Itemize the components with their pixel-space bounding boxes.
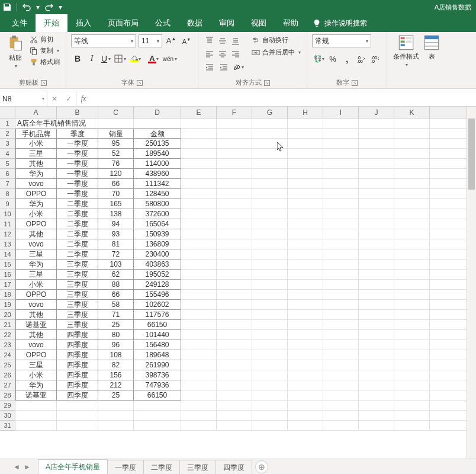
cell-F22[interactable] (217, 330, 252, 340)
cell-E21[interactable] (181, 320, 217, 330)
cell-I24[interactable] (323, 350, 359, 360)
cell-F16[interactable] (217, 270, 252, 280)
cell-K1[interactable] (394, 118, 430, 129)
cell-J2[interactable] (359, 129, 394, 139)
cell-I5[interactable] (323, 159, 359, 169)
tab-help[interactable]: 帮助 (275, 14, 307, 32)
cell-A10[interactable]: 小米 (15, 209, 57, 219)
cell-F21[interactable] (217, 320, 252, 330)
cell-C26[interactable]: 156 (98, 370, 134, 380)
cell-K29[interactable] (394, 401, 430, 411)
cell-K19[interactable] (394, 300, 430, 310)
alignment-dialog-launcher[interactable]: ↘ (264, 80, 270, 86)
cell-A19[interactable]: vovo (15, 300, 57, 310)
format-as-table-button[interactable]: 表 (423, 34, 440, 61)
cell-E13[interactable] (181, 239, 217, 249)
cell-D23[interactable]: 156480 (134, 340, 181, 350)
tab-insert[interactable]: 插入 (67, 14, 99, 32)
cell-I21[interactable] (323, 320, 359, 330)
cell-H24[interactable] (288, 350, 323, 360)
cell-F28[interactable] (217, 390, 252, 401)
cell-B8[interactable]: 一季度 (57, 189, 98, 199)
cell-I1[interactable] (323, 118, 359, 129)
cell-I7[interactable] (323, 179, 359, 189)
cell-C2[interactable]: 销量 (98, 129, 134, 139)
cell-J7[interactable] (359, 179, 394, 189)
cell-K8[interactable] (394, 189, 430, 199)
cell-C15[interactable]: 103 (98, 260, 134, 270)
cell-D8[interactable]: 128450 (134, 189, 181, 199)
cell-J12[interactable] (359, 229, 394, 239)
cell-D19[interactable]: 102602 (134, 300, 181, 310)
cell-K22[interactable] (394, 330, 430, 340)
cell-D1[interactable] (134, 118, 181, 129)
cell-J13[interactable] (359, 239, 394, 249)
cell-J25[interactable] (359, 360, 394, 370)
cell-D29[interactable] (134, 401, 181, 411)
cell-J4[interactable] (359, 149, 394, 159)
cell-A2[interactable]: 手机品牌 (15, 129, 57, 139)
cell-B18[interactable]: 三季度 (57, 290, 98, 300)
cell-A11[interactable]: OPPO (15, 219, 57, 229)
cell-I30[interactable] (323, 411, 359, 421)
row-header-26[interactable]: 26 (0, 370, 15, 380)
cell-H16[interactable] (288, 270, 323, 280)
cell-I23[interactable] (323, 340, 359, 350)
row-header-13[interactable]: 13 (0, 239, 15, 249)
accounting-format-button[interactable]: 💱▾ (312, 52, 325, 65)
cell-H19[interactable] (288, 300, 323, 310)
cell-G10[interactable] (252, 209, 288, 219)
cell-J3[interactable] (359, 139, 394, 149)
row-header-21[interactable]: 21 (0, 320, 15, 330)
row-header-10[interactable]: 10 (0, 209, 15, 219)
cell-F1[interactable] (217, 118, 252, 129)
cell-F27[interactable] (217, 380, 252, 390)
cell-J10[interactable] (359, 209, 394, 219)
cell-J14[interactable] (359, 249, 394, 260)
row-header-18[interactable]: 18 (0, 290, 15, 300)
cell-H22[interactable] (288, 330, 323, 340)
cell-K20[interactable] (394, 310, 430, 320)
cell-E6[interactable] (181, 169, 217, 179)
cell-K25[interactable] (394, 360, 430, 370)
cell-D18[interactable]: 155496 (134, 290, 181, 300)
cell-G25[interactable] (252, 360, 288, 370)
cell-I14[interactable] (323, 249, 359, 260)
cell-A5[interactable]: 其他 (15, 159, 57, 169)
bold-button[interactable]: B (71, 52, 84, 65)
sheet-tab[interactable]: 二季度 (143, 460, 180, 475)
cell-B22[interactable]: 四季度 (57, 330, 98, 340)
cell-B6[interactable]: 一季度 (57, 169, 98, 179)
cell-I27[interactable] (323, 380, 359, 390)
column-header-B[interactable]: B (57, 107, 98, 118)
column-header-E[interactable]: E (181, 107, 217, 118)
cell-E31[interactable] (181, 421, 217, 431)
undo-icon[interactable] (22, 2, 31, 12)
cell-A8[interactable]: OPPO (15, 189, 57, 199)
cell-I22[interactable] (323, 330, 359, 340)
formula-input[interactable] (91, 91, 476, 106)
cell-G16[interactable] (252, 270, 288, 280)
cell-J6[interactable] (359, 169, 394, 179)
cell-I31[interactable] (323, 421, 359, 431)
add-sheet-button[interactable]: ⊕ (255, 460, 268, 473)
row-header-7[interactable]: 7 (0, 179, 15, 189)
fill-color-button[interactable]: ▾ (128, 52, 141, 65)
cell-K7[interactable] (394, 179, 430, 189)
cell-I19[interactable] (323, 300, 359, 310)
cell-I29[interactable] (323, 401, 359, 411)
cell-E28[interactable] (181, 390, 217, 401)
cell-A15[interactable]: 华为 (15, 260, 57, 270)
cell-C29[interactable] (98, 401, 134, 411)
cell-I17[interactable] (323, 280, 359, 290)
cell-K2[interactable] (394, 129, 430, 139)
cell-I9[interactable] (323, 199, 359, 209)
column-header-G[interactable]: G (252, 107, 288, 118)
sheet-tab-active[interactable]: A店全年手机销量 (38, 459, 108, 475)
cell-D4[interactable]: 189540 (134, 149, 181, 159)
row-header-12[interactable]: 12 (0, 229, 15, 239)
cell-H27[interactable] (288, 380, 323, 390)
column-header-K[interactable]: K (394, 107, 430, 118)
redo-icon[interactable] (44, 2, 54, 12)
cell-C4[interactable]: 52 (98, 149, 134, 159)
